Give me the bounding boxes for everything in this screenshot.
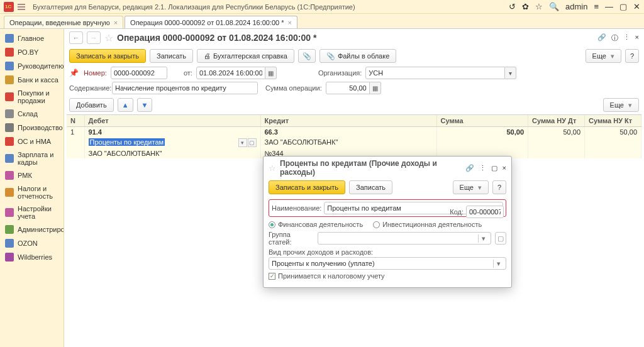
main-menu-button[interactable] — [18, 2, 28, 12]
nav-back-button[interactable]: ← — [69, 31, 83, 44]
finance-radio[interactable] — [269, 221, 275, 228]
sidebar-item[interactable]: Администрирование — [0, 223, 64, 236]
maximize-icon[interactable]: ▢ — [491, 164, 497, 172]
sidebar-item[interactable]: Склад — [0, 107, 64, 121]
files-cloud-button[interactable]: 📎Файлы в облаке — [319, 49, 396, 63]
col-credit[interactable]: Кредит — [260, 115, 436, 127]
user-label[interactable]: admin — [565, 2, 587, 11]
sidebar-item[interactable]: Производство — [0, 121, 64, 135]
sidebar-item[interactable]: Wildberries — [0, 250, 64, 264]
sidebar-item[interactable]: Покупки и продажи — [0, 87, 64, 107]
star-icon[interactable]: ☆ — [535, 2, 543, 11]
tab-operations-list[interactable]: Операции, введенные вручную × — [4, 16, 123, 28]
save-button[interactable]: Записать — [150, 49, 193, 63]
sidebar-item[interactable]: Настройки учета — [0, 202, 64, 223]
close-icon[interactable]: ✕ — [633, 2, 640, 11]
col-nu-kt[interactable]: Сумма НУ Кт — [585, 115, 641, 127]
group-label: Группа статей: — [269, 231, 315, 246]
window-close-icon[interactable]: × — [635, 33, 639, 43]
dropdown-icon[interactable]: ▾ — [478, 234, 488, 243]
help-button[interactable]: ? — [625, 49, 639, 63]
table-more-button[interactable]: Еще▾ — [603, 98, 639, 112]
sum-input[interactable] — [326, 82, 370, 94]
open-icon[interactable]: ▢ — [248, 138, 257, 147]
tax-checkbox[interactable] — [269, 273, 275, 280]
settings-icon[interactable]: ≡ — [594, 2, 599, 11]
sidebar-item[interactable]: ОС и НМА — [0, 135, 64, 148]
tab-operation-detail[interactable]: Операция 0000-000092 от 01.08.2024 16:00… — [125, 16, 297, 28]
section-icon — [5, 225, 14, 234]
sidebar-item[interactable]: Зарплата и кадры — [0, 148, 64, 168]
calculator-icon[interactable]: ▦ — [370, 82, 381, 94]
cell-credit-subconto[interactable]: ЗАО "АБСОЛЮТБАНК" — [260, 137, 436, 148]
add-button[interactable]: Добавить — [69, 98, 114, 112]
group-select[interactable]: ▾ — [318, 232, 491, 245]
close-icon[interactable]: × — [114, 19, 118, 26]
cell-n: 1 — [67, 127, 84, 138]
sidebar-item[interactable]: Руководителю — [0, 59, 64, 73]
modal-more-button[interactable]: Еще▾ — [453, 180, 489, 194]
col-sum[interactable]: Сумма — [436, 115, 528, 127]
sidebar-item[interactable]: РМК — [0, 168, 64, 182]
table-row[interactable]: 1 91.4 66.3 50,00 50,00 50,00 — [67, 127, 641, 138]
close-icon[interactable]: × — [502, 164, 506, 172]
cell-credit-account: 66.3 — [265, 128, 278, 136]
investment-radio[interactable] — [373, 221, 380, 228]
attach-button[interactable]: 📎 — [298, 49, 316, 63]
modal-help-button[interactable]: ? — [492, 180, 506, 194]
content-input[interactable] — [112, 82, 258, 94]
history-icon[interactable]: ↺ — [509, 2, 516, 11]
info-icon[interactable]: ⓘ — [611, 33, 618, 43]
bookmark-icon[interactable]: ✿ — [522, 2, 529, 11]
organization-input[interactable] — [365, 67, 505, 79]
more-icon[interactable]: ⋮ — [479, 164, 486, 172]
sidebar-item-label: Администрирование — [18, 226, 64, 233]
accounting-reference-button[interactable]: 🖨Бухгалтерская справка — [197, 49, 294, 63]
dropdown-icon[interactable]: ▾ — [505, 67, 516, 79]
titlebar: Бухгалтерия для Беларуси, редакция 2.1. … — [0, 0, 644, 14]
number-input[interactable] — [111, 67, 167, 79]
cell-debit-subconto[interactable]: Проценты по кредитам — [89, 138, 165, 146]
close-icon[interactable]: × — [288, 19, 292, 26]
link-icon[interactable]: 🔗 — [597, 33, 606, 43]
col-nu-dt[interactable]: Сумма НУ Дт — [528, 115, 585, 127]
move-down-button[interactable]: ▼ — [137, 98, 153, 112]
sidebar-item[interactable]: Главное — [0, 31, 64, 45]
section-icon — [5, 75, 14, 84]
modal-save-button[interactable]: Записать — [349, 180, 392, 194]
sidebar-item[interactable]: OZON — [0, 236, 64, 250]
open-icon[interactable]: ▢ — [495, 232, 506, 245]
sidebar-item[interactable]: РО.BY — [0, 45, 64, 59]
more-button[interactable]: Еще▾ — [586, 49, 621, 63]
search-icon[interactable]: 🔍 — [549, 2, 559, 11]
more-icon[interactable]: ⋮ — [623, 33, 630, 43]
minimize-icon[interactable]: — — [605, 2, 613, 11]
group-row: Группа статей: ▾ ▢ — [269, 231, 506, 246]
code-input[interactable] — [466, 206, 504, 218]
dropdown-icon[interactable]: ▾ — [238, 138, 247, 147]
sidebar-item-label: OZON — [18, 240, 38, 247]
favorite-star-icon[interactable]: ☆ — [104, 32, 113, 44]
table-row[interactable]: Проценты по кредитам ▾▢ ЗАО "АБСОЛЮТБАНК… — [67, 137, 641, 148]
move-up-button[interactable]: ▲ — [118, 98, 133, 112]
sidebar-item[interactable]: Налоги и отчетность — [0, 182, 64, 202]
date-input[interactable] — [196, 67, 265, 79]
calendar-icon[interactable]: ▦ — [265, 67, 277, 79]
favorite-star-icon[interactable]: ☆ — [269, 163, 276, 173]
finance-radio-label: Финансовая деятельность — [278, 221, 363, 228]
modal-save-close-button[interactable]: Записать и закрыть — [269, 180, 345, 194]
save-close-button[interactable]: Записать и закрыть — [69, 49, 146, 63]
tab-label: Операция 0000-000092 от 01.08.2024 16:00… — [130, 19, 284, 26]
link-icon[interactable]: 🔗 — [465, 164, 474, 172]
col-debit[interactable]: Дебет — [84, 115, 260, 127]
col-n[interactable]: N — [67, 115, 84, 127]
tabs-bar: Операции, введенные вручную × Операция 0… — [0, 14, 644, 29]
maximize-icon[interactable]: ▢ — [619, 2, 627, 11]
type-select[interactable]: Проценты к получению (уплате) ▾ — [269, 257, 506, 270]
sidebar-item[interactable]: Банк и касса — [0, 73, 64, 87]
pin-icon[interactable]: 📌 — [69, 69, 79, 77]
paperclip-icon: 📎 — [326, 52, 335, 60]
cell-debit-subconto2[interactable]: ЗАО "АБСОЛЮТБАНК" — [84, 148, 260, 158]
dropdown-icon[interactable]: ▾ — [493, 260, 503, 268]
nav-forward-button[interactable]: → — [87, 31, 101, 44]
